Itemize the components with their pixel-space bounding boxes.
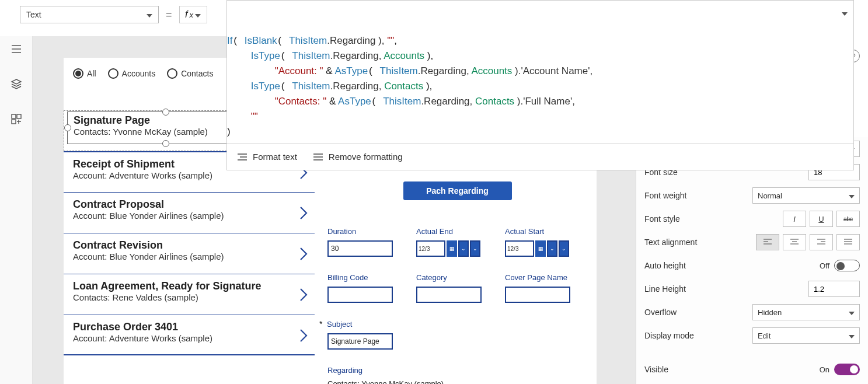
align-center-button[interactable] [783, 234, 806, 250]
property-selector[interactable]: Text [20, 6, 159, 23]
prop-label: Line Height [644, 284, 686, 294]
radio-all[interactable]: All [73, 68, 96, 79]
formula-editor[interactable]: If( IsBlank( ThisItem.Regarding ), "", I… [226, 0, 854, 170]
field-label: Cover Page Name [505, 273, 575, 282]
prop-label: Display mode [644, 331, 694, 340]
line-height-input[interactable] [808, 281, 860, 297]
align-left-button[interactable] [756, 234, 779, 250]
underline-button[interactable]: U [810, 211, 833, 227]
chevron-down-icon [849, 308, 855, 317]
calendar-icon[interactable]: ▦ [447, 240, 457, 257]
italic-button[interactable]: I [783, 211, 806, 227]
radio-contacts[interactable]: Contacts [167, 68, 213, 79]
gallery-item[interactable]: Purchase Order 3401 Account: Adventure W… [64, 315, 315, 355]
visible-toggle[interactable] [834, 364, 860, 375]
billing-input[interactable] [327, 287, 393, 303]
gallery-item-subtitle: Account: Adventure Works (sample) [73, 333, 305, 343]
chevron-down-icon [195, 9, 201, 20]
format-text-icon [238, 153, 247, 161]
prop-label: Visible [644, 365, 668, 374]
display-mode-select[interactable]: Edit [752, 327, 860, 344]
gallery-item-subtitle: Contacts: Rene Valdes (sample) [73, 292, 305, 302]
equals-sign: = [163, 9, 175, 21]
gallery-item-subtitle: Account: Blue Yonder Airlines (sample) [73, 252, 305, 261]
date-input[interactable]: 12/3 [505, 240, 534, 257]
remove-formatting-icon [313, 153, 323, 161]
field-label: Billing Code [327, 273, 398, 282]
fx-button[interactable]: fx [179, 6, 207, 23]
gallery-item-title: Contract Proposal [73, 198, 305, 211]
calendar-icon[interactable]: ▦ [535, 240, 546, 257]
field-label: Actual Start [505, 227, 575, 236]
gallery-item-title: Loan Agreement, Ready for Signature [73, 280, 305, 292]
regarding-value: Contacts: Yvonne McKay (sample) [327, 379, 587, 384]
chevron-down-icon [147, 10, 152, 19]
auto-height-toggle[interactable] [834, 260, 860, 271]
svg-rect-2 [12, 120, 16, 124]
gallery-item[interactable]: Loan Agreement, Ready for Signature Cont… [64, 274, 315, 315]
field-label: Regarding [327, 366, 587, 375]
align-right-button[interactable] [810, 234, 833, 250]
required-star: * [319, 319, 322, 329]
field-label: Actual End [416, 227, 486, 236]
chevron-down-icon [849, 191, 855, 200]
components-icon[interactable] [11, 113, 22, 127]
field-label: Duration [327, 227, 398, 236]
minute-select[interactable]: ⌄ [559, 240, 569, 257]
overflow-select[interactable]: Hidden [752, 304, 860, 320]
chevron-right-icon[interactable] [298, 287, 309, 302]
cover-input[interactable] [505, 287, 570, 303]
properties-panel: Font Open Sans Font size Font weight Nor… [636, 137, 868, 384]
strikethrough-button[interactable]: abc [836, 211, 860, 227]
gallery-item[interactable]: Contract Revision Account: Blue Yonder A… [64, 233, 315, 274]
subject-input[interactable]: Signature Page [327, 333, 393, 350]
duration-input[interactable]: 30 [327, 240, 393, 257]
hour-select[interactable]: ⌄ [547, 240, 557, 257]
format-text-button[interactable]: Format text [238, 152, 297, 162]
prop-label: Font weight [644, 191, 686, 200]
field-label: Subject [327, 320, 352, 329]
property-selector-value: Text [26, 10, 41, 19]
gallery-item-subtitle: Account: Adventure Works (sample) [73, 170, 305, 180]
align-justify-button[interactable] [836, 234, 860, 250]
chevron-right-icon[interactable] [298, 328, 309, 343]
hour-select[interactable]: ⌄ [458, 240, 469, 257]
svg-rect-0 [12, 114, 16, 118]
chevron-right-icon[interactable] [298, 246, 309, 261]
gallery-item-title: Contract Revision [73, 239, 305, 252]
gallery-item-subtitle: Account: Blue Yonder Airlines (sample) [73, 211, 305, 221]
patch-button[interactable]: Pach Regarding [403, 181, 512, 200]
field-label: Category [416, 273, 486, 282]
detail-form: Yvonne McKay (sample) Pach Regarding Dur… [327, 139, 587, 384]
prop-label: Font style [644, 214, 680, 224]
remove-formatting-button[interactable]: Remove formatting [313, 152, 403, 162]
date-input[interactable]: 12/3 [416, 240, 445, 257]
prop-label: Text alignment [644, 238, 697, 247]
category-input[interactable] [416, 287, 482, 303]
prop-label: Overflow [644, 308, 677, 317]
gallery-item-title: Purchase Order 3401 [73, 321, 305, 333]
svg-rect-1 [17, 114, 21, 118]
prop-label: Auto height [644, 261, 686, 270]
minute-select[interactable]: ⌄ [470, 240, 480, 257]
left-rail [0, 36, 33, 384]
gallery-item[interactable]: Contract Proposal Account: Blue Yonder A… [64, 192, 315, 233]
hamburger-icon[interactable] [11, 43, 22, 57]
layers-icon[interactable] [11, 78, 22, 92]
font-weight-select[interactable]: Normal [752, 187, 860, 204]
chevron-right-icon[interactable] [298, 205, 309, 221]
radio-accounts[interactable]: Accounts [108, 68, 156, 79]
chevron-down-icon[interactable] [842, 6, 848, 21]
chevron-down-icon [849, 331, 855, 340]
